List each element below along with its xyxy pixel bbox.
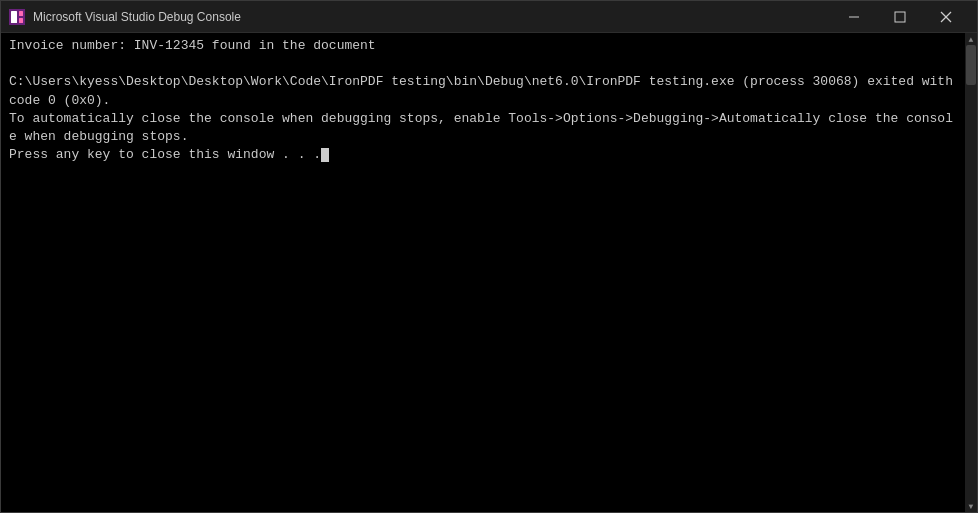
title-bar-controls xyxy=(831,1,969,33)
title-bar: Microsoft Visual Studio Debug Console xyxy=(1,1,977,33)
console-line-5: Press any key to close this window . . . xyxy=(9,147,321,162)
console-line-1: Invoice number: INV-12345 found in the d… xyxy=(9,38,376,53)
svg-rect-1 xyxy=(11,11,17,23)
window-title: Microsoft Visual Studio Debug Console xyxy=(33,10,831,24)
console-area: Invoice number: INV-12345 found in the d… xyxy=(1,33,965,512)
svg-rect-5 xyxy=(895,12,905,22)
svg-rect-4 xyxy=(849,16,859,17)
content-area: Invoice number: INV-12345 found in the d… xyxy=(1,33,977,512)
scrollbar-down-arrow[interactable]: ▼ xyxy=(965,500,977,512)
scrollbar-up-arrow[interactable]: ▲ xyxy=(965,33,977,45)
svg-rect-3 xyxy=(19,18,23,23)
minimize-button[interactable] xyxy=(831,1,877,33)
restore-button[interactable] xyxy=(877,1,923,33)
scrollbar[interactable]: ▲ ▼ xyxy=(965,33,977,512)
cursor xyxy=(321,148,329,162)
close-button[interactable] xyxy=(923,1,969,33)
svg-rect-2 xyxy=(19,11,23,16)
window: Microsoft Visual Studio Debug Console In… xyxy=(0,0,978,513)
console-line-3: C:\Users\kyess\Desktop\Desktop\Work\Code… xyxy=(9,74,961,107)
console-output: Invoice number: INV-12345 found in the d… xyxy=(9,37,957,164)
scrollbar-thumb[interactable] xyxy=(966,45,976,85)
scrollbar-track[interactable] xyxy=(965,45,977,500)
console-line-4: To automatically close the console when … xyxy=(9,111,953,144)
app-icon xyxy=(9,9,25,25)
